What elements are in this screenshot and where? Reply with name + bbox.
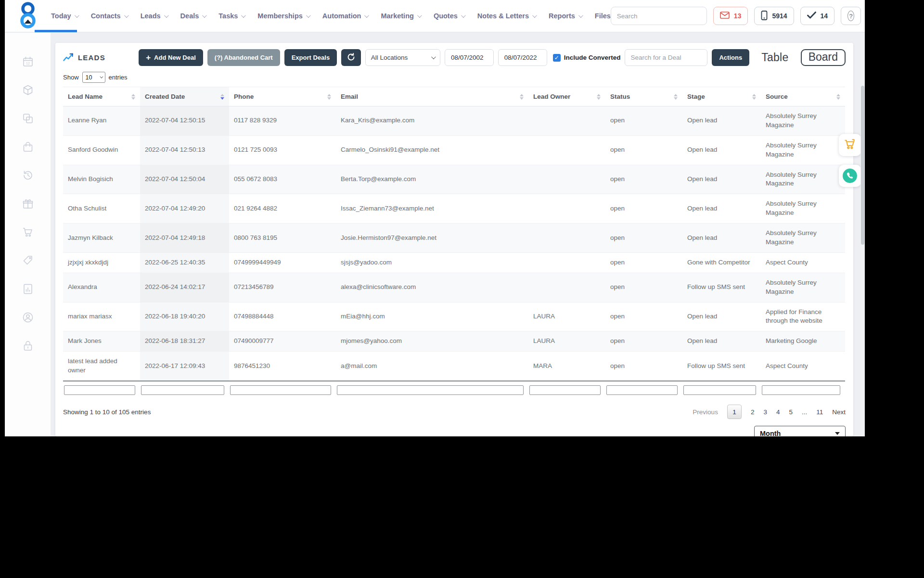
col-header-lead-owner[interactable]: Lead Owner bbox=[528, 87, 605, 106]
date-from-input[interactable]: 08/07/2002 bbox=[445, 49, 494, 66]
pagination-previous[interactable]: Previous bbox=[693, 408, 718, 416]
lead-row[interactable]: Sanford Goodwin2022-07-04 12:50:130121 7… bbox=[63, 135, 845, 165]
nav-item-automation[interactable]: Automation bbox=[322, 12, 368, 20]
filter-lead-owner-input[interactable] bbox=[529, 385, 601, 395]
lead-row[interactable]: Melvin Bogisich2022-07-04 12:50:04055 06… bbox=[63, 165, 845, 194]
mail-notifications-button[interactable]: 13 bbox=[713, 7, 748, 25]
nav-item-files[interactable]: Files bbox=[595, 12, 611, 20]
nav-item-deals[interactable]: Deals bbox=[180, 12, 206, 20]
lead-row[interactable]: Leanne Ryan2022-07-04 12:50:150117 828 9… bbox=[63, 106, 845, 136]
hourglass-logo-icon bbox=[17, 1, 38, 30]
col-header-email[interactable]: Email bbox=[336, 87, 528, 106]
col-header-stage[interactable]: Stage bbox=[682, 87, 761, 106]
help-button[interactable]: ? bbox=[841, 7, 861, 25]
gift-icon[interactable] bbox=[5, 189, 51, 218]
pagination-page-11[interactable]: 11 bbox=[816, 408, 823, 416]
tasks-button[interactable]: 14 bbox=[800, 7, 835, 25]
source-cell: Absolutely Surrey Magazine bbox=[761, 273, 845, 302]
sort-toggle-icon-active-desc[interactable] bbox=[220, 94, 224, 100]
filter-lead-name-input[interactable] bbox=[64, 385, 135, 395]
chart-period-select[interactable]: Month bbox=[754, 426, 846, 436]
shopping-cart-icon[interactable] bbox=[5, 218, 51, 246]
lead-row[interactable]: Otha Schulist2022-07-04 12:49:20021 9264… bbox=[63, 194, 845, 223]
nav-item-today[interactable]: Today bbox=[51, 12, 78, 20]
abandoned-cart-button[interactable]: (?) Abandoned Cart bbox=[207, 49, 280, 66]
tasks-count-badge: 14 bbox=[821, 12, 828, 20]
lead-row[interactable]: latest lead added owner2022-06-17 12:09:… bbox=[63, 352, 845, 381]
brand-logo[interactable] bbox=[17, 1, 38, 30]
package-cube-icon[interactable] bbox=[5, 76, 51, 104]
export-deals-button[interactable]: Export Deals bbox=[284, 49, 337, 66]
nav-item-memberships[interactable]: Memberships bbox=[257, 12, 309, 20]
col-header-source[interactable]: Source bbox=[761, 87, 845, 106]
sort-toggle-icon[interactable] bbox=[752, 94, 756, 100]
nav-item-leads[interactable]: Leads bbox=[141, 12, 167, 20]
nav-label: Tasks bbox=[218, 12, 238, 20]
page-size-row: Show 10 entries bbox=[55, 71, 853, 87]
nav-item-notes-letters[interactable]: Notes & Letters bbox=[477, 12, 536, 20]
floating-whatsapp-button[interactable] bbox=[839, 165, 861, 187]
filter-created-date-input[interactable] bbox=[141, 385, 224, 395]
nav-item-reports[interactable]: Reports bbox=[549, 12, 582, 20]
sort-toggle-icon[interactable] bbox=[520, 94, 524, 100]
email-cell: alexa@clinicsoftware.com bbox=[336, 273, 528, 302]
nav-item-contacts[interactable]: Contacts bbox=[91, 12, 128, 20]
pagination-page-1-current[interactable]: 1 bbox=[727, 405, 742, 419]
pagination-page-5[interactable]: 5 bbox=[789, 408, 793, 416]
col-header-phone[interactable]: Phone bbox=[229, 87, 336, 106]
col-header-status[interactable]: Status bbox=[605, 87, 682, 106]
lead-row[interactable]: Jazmyn Kilback2022-07-04 12:49:180800 76… bbox=[63, 223, 845, 253]
date-from-value: 08/07/2002 bbox=[451, 54, 484, 61]
filter-phone-input[interactable] bbox=[230, 385, 331, 395]
pagination-page-4[interactable]: 4 bbox=[776, 408, 780, 416]
history-clock-icon[interactable] bbox=[5, 161, 51, 189]
global-search-input[interactable] bbox=[611, 13, 707, 20]
sort-toggle-icon[interactable] bbox=[131, 94, 135, 100]
lead-row[interactable]: mariax mariasx2022-06-18 19:40:200749888… bbox=[63, 302, 845, 331]
lock-icon[interactable] bbox=[5, 331, 51, 360]
filter-stage-input[interactable] bbox=[683, 385, 756, 395]
report-chart-icon[interactable] bbox=[5, 275, 51, 303]
pagination-page-3[interactable]: 3 bbox=[763, 408, 767, 416]
col-header-lead-name[interactable]: Lead Name bbox=[63, 87, 140, 106]
nav-label: Today bbox=[51, 12, 71, 20]
calendar-icon[interactable]: 12 bbox=[5, 47, 51, 76]
account-circle-icon[interactable] bbox=[5, 303, 51, 331]
price-tag-icon[interactable] bbox=[5, 246, 51, 275]
pagination-next[interactable]: Next bbox=[832, 408, 846, 416]
actions-button[interactable]: Actions bbox=[712, 49, 749, 66]
date-to-input[interactable]: 08/07/2022 bbox=[498, 49, 547, 66]
lead-row[interactable]: Mark Jones2022-06-18 18:31:2707490009777… bbox=[63, 331, 845, 352]
view-toggle-table[interactable]: Table bbox=[761, 51, 788, 64]
vertical-scrollbar[interactable] bbox=[860, 33, 865, 436]
deal-search-input[interactable] bbox=[625, 49, 707, 66]
floating-cart-button[interactable] bbox=[839, 134, 861, 156]
pagination-page-2[interactable]: 2 bbox=[751, 408, 755, 416]
chevron-down-icon bbox=[75, 13, 79, 18]
lead-row[interactable]: Alexandra2022-06-24 14:02:1707213456789a… bbox=[63, 273, 845, 302]
nav-item-tasks[interactable]: Tasks bbox=[218, 12, 244, 20]
col-header-created-date[interactable]: Created Date bbox=[140, 87, 229, 106]
filter-email-input[interactable] bbox=[337, 385, 524, 395]
refresh-button[interactable] bbox=[341, 49, 361, 66]
filter-source-input[interactable] bbox=[762, 385, 840, 395]
sort-toggle-icon[interactable] bbox=[836, 94, 840, 100]
shopping-bag-icon[interactable] bbox=[5, 132, 51, 161]
sort-toggle-icon[interactable] bbox=[674, 94, 678, 100]
copy-layers-icon[interactable] bbox=[5, 104, 51, 132]
sort-toggle-icon[interactable] bbox=[597, 94, 601, 100]
nav-item-quotes[interactable]: Quotes bbox=[434, 12, 464, 20]
include-converted-toggle[interactable]: ✓ Include Converted bbox=[553, 54, 621, 62]
nav-item-marketing[interactable]: Marketing bbox=[381, 12, 421, 20]
calls-button[interactable]: 5914 bbox=[754, 7, 794, 25]
filter-status-input[interactable] bbox=[606, 385, 678, 395]
status-cell: open bbox=[605, 302, 682, 331]
page-size-select[interactable]: 10 bbox=[82, 72, 105, 83]
lead-row[interactable]: jzjxjxj xkxkdjdj2022-06-25 12:40:3507499… bbox=[63, 252, 845, 273]
sort-toggle-icon[interactable] bbox=[327, 94, 331, 100]
scrollbar-thumb[interactable] bbox=[861, 86, 864, 245]
add-new-deal-button[interactable]: + Add New Deal bbox=[139, 49, 203, 66]
locations-select[interactable]: All Locations bbox=[365, 49, 440, 66]
include-converted-label: Include Converted bbox=[564, 54, 621, 61]
view-toggle-board[interactable]: Board bbox=[801, 49, 846, 66]
